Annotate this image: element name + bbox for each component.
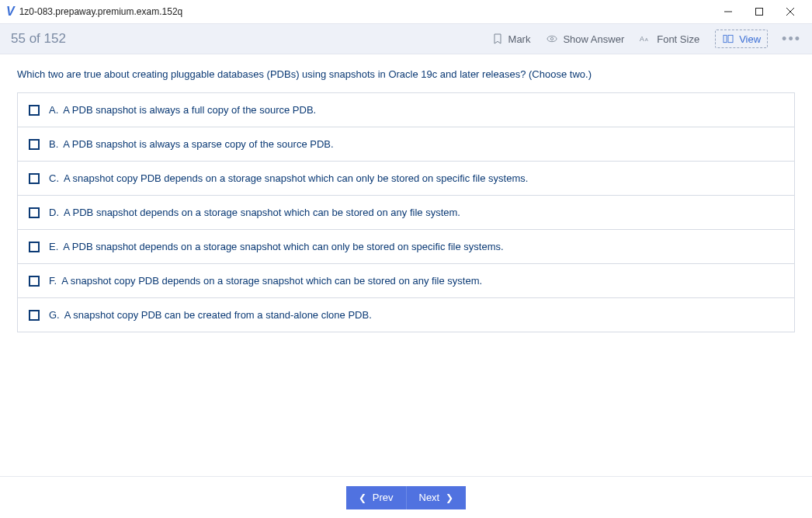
svg-text:A: A — [645, 37, 648, 42]
option-text: A snapshot copy PDB depends on a storage… — [64, 172, 528, 184]
close-button[interactable] — [775, 1, 806, 23]
window-title: 1z0-083.prepaway.premium.exam.152q — [19, 6, 713, 17]
option-text: A PDB snapshot is always a full copy of … — [63, 104, 316, 116]
font-size-button[interactable]: AA Font Size — [640, 33, 699, 45]
option-text: A PDB snapshot is always a sparse copy o… — [63, 138, 333, 150]
next-button[interactable]: Next ❯ — [407, 486, 467, 509]
option-letter: E. — [49, 241, 58, 252]
options-list: A. A PDB snapshot is always a full copy … — [17, 92, 795, 332]
chevron-left-icon: ❮ — [359, 492, 366, 503]
eye-icon — [546, 33, 558, 45]
toolbar: 55 of 152 Mark Show Answer AA Font Size … — [0, 23, 812, 54]
option-text: A snapshot copy PDB depends on a storage… — [61, 275, 482, 287]
show-answer-button[interactable]: Show Answer — [546, 33, 624, 45]
option-a[interactable]: A. A PDB snapshot is always a full copy … — [18, 93, 794, 127]
svg-rect-1 — [756, 9, 763, 16]
window-titlebar: V 1z0-083.prepaway.premium.exam.152q — [0, 0, 812, 23]
option-letter: B. — [49, 138, 58, 150]
more-options-button[interactable]: ••• — [782, 31, 801, 47]
checkbox-icon[interactable] — [29, 207, 40, 218]
view-label: View — [739, 33, 761, 45]
option-c[interactable]: C. A snapshot copy PDB depends on a stor… — [18, 161, 794, 195]
show-answer-label: Show Answer — [563, 33, 624, 45]
option-e[interactable]: E. A PDB snapshot depends on a storage s… — [18, 229, 794, 263]
checkbox-icon[interactable] — [29, 310, 40, 321]
question-counter: 55 of 152 — [11, 31, 476, 47]
checkbox-icon[interactable] — [29, 139, 40, 150]
svg-point-5 — [551, 37, 553, 40]
font-size-label: Font Size — [657, 33, 699, 45]
svg-rect-9 — [728, 35, 733, 42]
option-letter: G. — [49, 309, 60, 321]
prev-button[interactable]: ❮ Prev — [346, 486, 407, 509]
next-label: Next — [419, 492, 440, 503]
footer-nav: ❮ Prev Next ❯ — [0, 476, 812, 518]
option-b[interactable]: B. A PDB snapshot is always a sparse cop… — [18, 127, 794, 161]
window-controls — [713, 1, 806, 23]
mark-button[interactable]: Mark — [491, 33, 531, 45]
option-text: A snapshot copy PDB can be created from … — [64, 309, 372, 321]
maximize-button[interactable] — [744, 1, 775, 23]
svg-rect-8 — [724, 35, 727, 42]
checkbox-icon[interactable] — [29, 105, 40, 116]
option-letter: C. — [49, 172, 59, 184]
prev-label: Prev — [373, 492, 394, 503]
svg-point-4 — [547, 36, 557, 41]
checkbox-icon[interactable] — [29, 276, 40, 287]
option-letter: D. — [49, 207, 59, 218]
content-area: Which two are true about creating plugga… — [0, 54, 812, 332]
minimize-button[interactable] — [713, 1, 744, 23]
bookmark-icon — [491, 33, 504, 45]
view-button[interactable]: View — [715, 30, 768, 48]
option-g[interactable]: G. A snapshot copy PDB can be created fr… — [18, 297, 794, 332]
option-letter: F. — [49, 275, 57, 287]
checkbox-icon[interactable] — [29, 173, 40, 184]
chevron-right-icon: ❯ — [446, 492, 453, 503]
option-d[interactable]: D. A PDB snapshot depends on a storage s… — [18, 195, 794, 229]
svg-text:A: A — [640, 35, 644, 43]
question-text: Which two are true about creating plugga… — [17, 68, 795, 80]
option-text: A PDB snapshot depends on a storage snap… — [63, 241, 503, 252]
option-text: A PDB snapshot depends on a storage snap… — [64, 207, 460, 218]
app-logo-icon: V — [6, 5, 15, 19]
option-letter: A. — [49, 104, 58, 116]
font-size-icon: AA — [640, 33, 652, 45]
checkbox-icon[interactable] — [29, 242, 40, 252]
mark-label: Mark — [508, 33, 531, 45]
view-icon — [722, 33, 734, 45]
option-f[interactable]: F. A snapshot copy PDB depends on a stor… — [18, 263, 794, 297]
nav-buttons: ❮ Prev Next ❯ — [346, 486, 466, 509]
